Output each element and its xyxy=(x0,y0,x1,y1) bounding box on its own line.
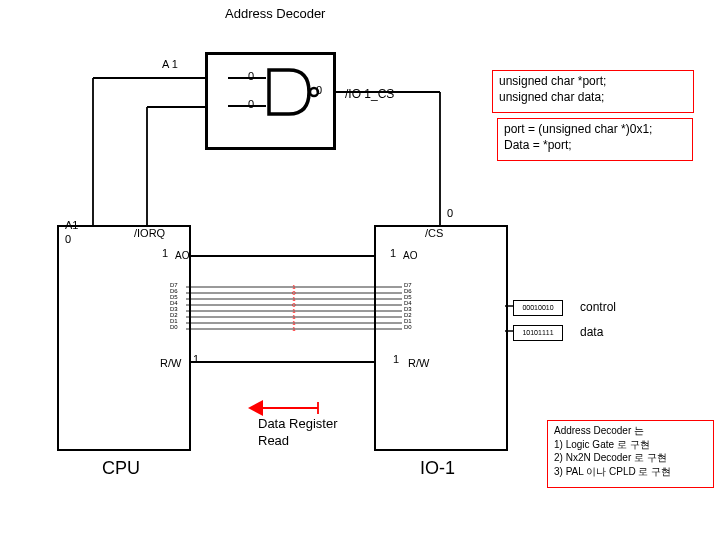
gate-input-wires xyxy=(228,68,266,126)
cpu-data-bus-labels: D7 D6 D5 D4 D3 D2 D1 D0 xyxy=(170,282,178,330)
control-label: control xyxy=(580,300,616,314)
data-bits-box: 10101111 xyxy=(513,325,563,341)
cs-label: /CS xyxy=(425,227,443,239)
cpu-a1-value: A1 0 xyxy=(65,218,78,247)
data-register-read-label: Data Register Read xyxy=(258,416,337,450)
cpu-ao-label: AO xyxy=(175,250,189,261)
cs-top-value: 0 xyxy=(447,207,453,219)
code-declaration-box: unsigned char *port; unsigned char data; xyxy=(492,70,694,113)
io-data-bus-labels: D7 D6 D5 D4 D3 D2 D1 D0 xyxy=(404,282,412,330)
gate-in-top-val: 0 xyxy=(248,70,254,82)
adnotes-item3: 3) PAL 이나 CPLD 로 구현 xyxy=(554,465,707,479)
code-line-1: unsigned char *port; xyxy=(499,74,687,90)
iorq-label: /IORQ xyxy=(134,227,165,239)
code-assignment-box: port = (unsigned char *)0x1; Data = *por… xyxy=(497,118,693,161)
cpu-block xyxy=(57,225,191,451)
data-bus-lines: 1 0 1 0 1 1 1 1 xyxy=(186,285,402,337)
control-bits-box: 00010010 xyxy=(513,300,563,316)
io-name: IO-1 xyxy=(420,458,455,479)
io-ao-label: AO xyxy=(403,250,417,261)
io-rw-value: 1 xyxy=(393,353,399,365)
gate-out-val: 0 xyxy=(316,84,322,96)
code-line-2: unsigned char data; xyxy=(499,90,687,106)
io-ao-value: 1 xyxy=(390,247,396,259)
io-rw-label: R/W xyxy=(408,357,429,369)
code-line-3: port = (unsigned char *)0x1; xyxy=(504,122,686,138)
cpu-rw-value: 1 xyxy=(193,353,199,365)
cpu-rw-label: R/W xyxy=(160,357,181,369)
adnotes-item2: 2) Nx2N Decoder 로 구현 xyxy=(554,451,707,465)
code-line-4: Data = *port; xyxy=(504,138,686,154)
a1-input-label: A 1 xyxy=(162,58,178,70)
and-gate-icon xyxy=(265,66,320,118)
cpu-name: CPU xyxy=(102,458,140,479)
address-decoder-notes: Address Decoder 는 1) Logic Gate 로 구현 2) … xyxy=(547,420,714,488)
adnotes-item1: 1) Logic Gate 로 구현 xyxy=(554,438,707,452)
io-to-bits-lines xyxy=(505,298,515,340)
svg-marker-9 xyxy=(248,400,263,416)
gate-out-label: /IO 1_CS xyxy=(345,87,394,101)
data-label: data xyxy=(580,325,603,339)
adnotes-title: Address Decoder 는 xyxy=(554,424,707,438)
gate-in-bot-val: 0 xyxy=(248,98,254,110)
cpu-ao-value: 1 xyxy=(162,247,168,259)
